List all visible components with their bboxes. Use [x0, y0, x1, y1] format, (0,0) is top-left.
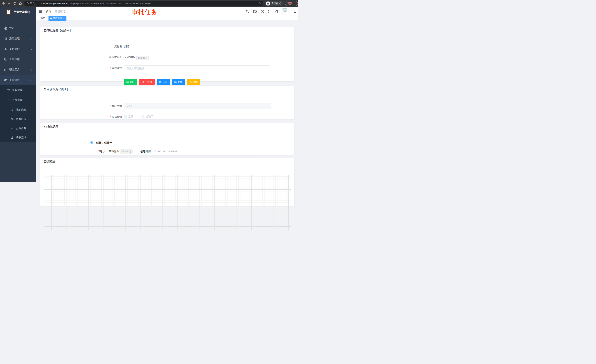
- app-logo: [6, 9, 11, 15]
- approve-button[interactable]: 通过: [124, 79, 137, 85]
- sidebar-collapse-icon[interactable]: [38, 10, 42, 14]
- sidebar: 芋道管理系统 首页 系统管理 ¥ 支付管理 基础设施 研发工具 工作: [0, 7, 36, 182]
- return-button[interactable]: 退回: [187, 79, 200, 85]
- sidebar-item-infrastructure[interactable]: 基础设施: [0, 54, 36, 65]
- sidebar-item-label: 任务管理: [12, 99, 22, 102]
- browser-menu-icon[interactable]: ⋮: [294, 3, 296, 4]
- process-diagram-card: 流程图: [40, 158, 294, 182]
- browser-back-icon[interactable]: [2, 2, 5, 5]
- sidebar-item-label: 流程管理: [12, 89, 22, 92]
- incognito-label: 无痕模式: [271, 2, 281, 5]
- document-icon: [44, 88, 46, 91]
- sidebar-item-dev-tools[interactable]: 研发工具: [0, 65, 36, 75]
- record-card-header: 审批记录: [40, 123, 294, 130]
- edit-icon: [174, 81, 177, 83]
- reject-button[interactable]: 不通过: [139, 79, 155, 85]
- sidebar-item-label: 研发工具: [9, 68, 20, 71]
- sidebar-item-todo-tasks[interactable]: 待办任务: [0, 115, 36, 124]
- tree-icon: [7, 99, 10, 102]
- active-tab-dot: [50, 18, 52, 19]
- approval-task-card: 审批任务【任务一】 流程名 滔博 流程发起人 芋道源码研发部门 审批建议 通过: [40, 27, 294, 81]
- chevron-down-icon: [30, 37, 33, 40]
- list-icon: [7, 89, 10, 92]
- application-info-card: 申请信息【滔博】 单行文本 多选框组 选项一 选项二: [40, 86, 294, 119]
- approver-value: 芋道源码: [109, 150, 119, 153]
- sidebar-item-system[interactable]: 系统管理: [0, 34, 36, 44]
- sidebar-item-label: 已办任务: [16, 127, 26, 130]
- checkbox-group: 选项一 选项二: [124, 115, 157, 118]
- gear-icon: [4, 37, 7, 40]
- toolbox-icon: [4, 68, 7, 71]
- approval-card-title: 审批任务【任务一】: [47, 29, 72, 32]
- chevron-down-icon: [30, 48, 33, 51]
- approval-card-header: 审批任务【任务一】: [40, 27, 294, 34]
- checkbox-option2-label: 选项二: [146, 115, 153, 118]
- application-card-title: 申请信息【滔博】: [47, 88, 69, 92]
- sidebar-item-label: 请假查询: [16, 136, 26, 139]
- sidebar-item-leave-query[interactable]: 请假查询: [0, 133, 36, 142]
- avatar[interactable]: [282, 8, 290, 15]
- user-icon: [10, 136, 14, 139]
- help-icon[interactable]: [261, 10, 264, 13]
- incognito-icon: [266, 1, 270, 6]
- sidebar-item-my-process[interactable]: 我的流程: [0, 105, 36, 115]
- eye-open-icon: [10, 117, 14, 121]
- edit-icon: [127, 81, 129, 83]
- chevron-down-icon: [30, 89, 33, 92]
- yen-icon: ¥: [4, 47, 7, 51]
- search-icon[interactable]: [246, 10, 249, 13]
- timeline-clock-icon: [90, 141, 93, 144]
- tab-home[interactable]: 首页: [39, 16, 47, 21]
- close-tab-icon[interactable]: ×: [63, 17, 64, 19]
- sidebar-item-done-tasks[interactable]: 已办任务: [0, 124, 36, 133]
- process-name-value: 滔博: [124, 45, 129, 48]
- app-logo-row[interactable]: 芋道管理系统: [0, 7, 36, 17]
- comment-textarea[interactable]: [124, 66, 270, 75]
- breadcrumb: 首页/流程详情: [46, 10, 65, 13]
- face-icon: [10, 108, 14, 111]
- browser-home-icon[interactable]: [19, 2, 22, 5]
- edit-icon: [159, 81, 162, 83]
- create-time-value: 2022-01-21 22:35:08: [153, 150, 177, 153]
- page-annotation: 审批任务: [132, 8, 158, 16]
- sidebar-item-payment[interactable]: ¥ 支付管理: [0, 44, 36, 54]
- sidebar-item-process-mgmt[interactable]: 流程管理: [0, 85, 36, 95]
- sidebar-item-home[interactable]: 首页: [0, 23, 36, 34]
- sidebar-item-label: 工作流程: [9, 78, 20, 82]
- chevron-down-icon: [30, 68, 33, 71]
- bookmark-star-icon[interactable]: [258, 2, 261, 5]
- app-title: 芋道管理系统: [14, 10, 30, 14]
- sidebar-item-label: 系统管理: [9, 37, 20, 40]
- browser-update-button[interactable]: 更新 ⋮: [285, 1, 298, 6]
- page-content: 审批任务【任务一】 流程名 滔博 流程发起人 芋道源码研发部门 审批建议 通过: [36, 21, 298, 182]
- delegate-button[interactable]: 委派: [172, 79, 185, 85]
- sidebar-item-task-mgmt[interactable]: 任务管理: [0, 95, 36, 105]
- tab-process-detail[interactable]: 流程详情 ×: [48, 16, 67, 21]
- avatar-caret-icon[interactable]: [294, 12, 296, 14]
- fullscreen-icon[interactable]: [268, 10, 272, 13]
- bpmn-diagram-canvas[interactable]: [44, 175, 291, 182]
- eye-closed-icon: [10, 127, 14, 130]
- monitor-icon: [4, 58, 7, 61]
- browser-forward-icon[interactable]: [7, 2, 11, 5]
- comment-label: 审批建议: [40, 66, 122, 70]
- application-card-header: 申请信息【滔博】: [40, 86, 294, 93]
- sidebar-item-workflow[interactable]: 工作流程: [0, 75, 36, 85]
- breadcrumb-home[interactable]: 首页: [46, 10, 51, 13]
- github-icon[interactable]: [253, 10, 257, 13]
- browser-reload-icon[interactable]: [13, 2, 16, 5]
- text-field-input: [124, 103, 271, 109]
- url-bar[interactable]: 不安全 dashboard.yudao.iocoder.cn/bpm/proce…: [24, 1, 263, 6]
- dashboard-icon: [4, 27, 7, 30]
- picture-icon: [44, 125, 47, 128]
- picture-icon: [44, 160, 47, 163]
- breadcrumb-current: 流程详情: [55, 10, 65, 13]
- tags-view-bar: 首页 流程详情 ×: [36, 16, 298, 21]
- timeline-task-title: 任务：任务一: [96, 141, 112, 145]
- browser-toolbar: 不安全 dashboard.yudao.iocoder.cn/bpm/proce…: [0, 0, 298, 7]
- transfer-button[interactable]: 转办: [156, 79, 170, 85]
- font-size-icon[interactable]: TT: [276, 10, 278, 13]
- dept-tag: 研发部门: [120, 149, 133, 153]
- chevron-up-icon: [30, 99, 33, 102]
- undo-icon: [190, 81, 192, 83]
